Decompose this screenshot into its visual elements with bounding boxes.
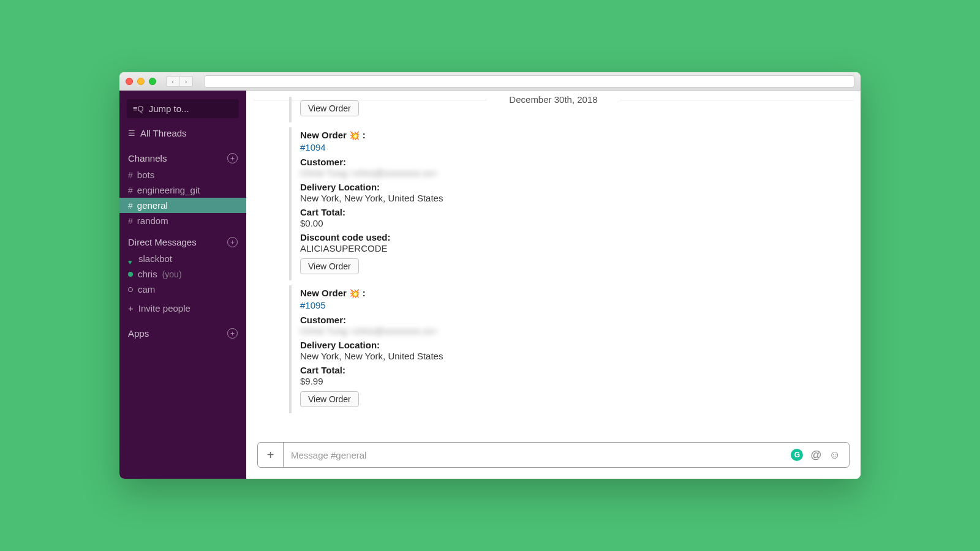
presence-icon (128, 256, 134, 261)
hash-icon: # (128, 201, 133, 211)
jump-to[interactable]: ≡Q Jump to... (127, 99, 239, 118)
dm-slackbot[interactable]: slackbot (119, 251, 246, 266)
window-controls (126, 78, 156, 85)
close-icon[interactable] (126, 78, 133, 85)
delivery-label: Delivery Location: (300, 340, 718, 350)
cart-total-label: Cart Total: (300, 207, 718, 217)
forward-button[interactable]: › (179, 76, 193, 87)
dm-name: cam (138, 284, 155, 294)
delivery-value: New York, New York, United States (300, 351, 718, 361)
all-threads[interactable]: ☰ All Threads (119, 124, 246, 144)
cart-total-label: Cart Total: (300, 365, 718, 375)
all-threads-label: All Threads (140, 128, 187, 138)
hash-icon: # (128, 170, 133, 180)
channel-random[interactable]: # random (119, 213, 246, 228)
delivery-label: Delivery Location: (300, 182, 718, 192)
view-order-button[interactable]: View Order (300, 391, 359, 407)
channel-bots[interactable]: # bots (119, 167, 246, 182)
customer-value: Christ Tung <chris@xxxxxxxx.xx> (300, 326, 718, 336)
attach-button[interactable]: + (258, 443, 284, 467)
add-app-icon[interactable]: + (227, 328, 238, 339)
discount-value: ALICIASUPERCODE (300, 243, 718, 253)
dm-name: chris (138, 269, 157, 279)
presence-icon (128, 272, 133, 277)
dm-label: Direct Messages (128, 237, 197, 247)
jump-to-label: Jump to... (149, 103, 189, 114)
channels-label: Channels (128, 153, 167, 163)
grammarly-icon[interactable]: G (791, 449, 803, 461)
invite-label: Invite people (138, 303, 190, 313)
back-button[interactable]: ‹ (166, 76, 179, 87)
new-order-label: New Order (300, 288, 347, 298)
sidebar: ≡Q Jump to... ☰ All Threads Channels + #… (119, 91, 246, 479)
invite-people[interactable]: + Invite people (119, 297, 246, 320)
customer-value: Christ Tung <chris@xxxxxxxx.xx> (300, 168, 718, 178)
you-label: (you) (162, 269, 182, 279)
dm-cam[interactable]: cam (119, 282, 246, 297)
channel-label: engineering_git (137, 185, 200, 195)
customer-label: Customer: (300, 157, 718, 167)
channel-label: general (137, 200, 168, 211)
order-link[interactable]: #1094 (300, 142, 326, 152)
collision-icon: 💥 (349, 130, 360, 140)
order-message: New Order 💥 : #1094 Customer: Christ Tun… (289, 127, 718, 280)
date-divider: December 30th, 2018 (246, 94, 861, 105)
url-bar[interactable] (204, 75, 854, 88)
apps-label: Apps (128, 328, 149, 339)
app-window: ‹ › ≡Q Jump to... ☰ All Threads Channels… (119, 72, 861, 479)
message-composer: + G @ ☺ (257, 442, 850, 468)
channel-engineering-git[interactable]: # engineering_git (119, 182, 246, 198)
order-link[interactable]: #1095 (300, 300, 326, 310)
dm-header: Direct Messages + (119, 228, 246, 251)
dm-name: slackbot (138, 253, 172, 264)
discount-label: Discount code used: (300, 232, 718, 242)
cart-total-value: $0.00 (300, 218, 718, 228)
customer-label: Customer: (300, 315, 718, 325)
message-scroll[interactable]: December 30th, 2018 View Order New Order… (246, 91, 861, 442)
channel-general[interactable]: # general (119, 198, 246, 213)
plus-icon: + (128, 303, 134, 313)
apps-header: Apps + (119, 320, 246, 342)
main-pane: December 30th, 2018 View Order New Order… (246, 91, 861, 479)
channel-label: random (137, 216, 168, 226)
hash-icon: # (128, 186, 133, 195)
titlebar: ‹ › (119, 72, 861, 91)
presence-icon (128, 287, 133, 292)
message-input[interactable] (284, 450, 791, 460)
hash-icon: # (128, 216, 133, 226)
add-channel-icon[interactable]: + (227, 153, 238, 163)
new-order-label: New Order (300, 130, 347, 140)
threads-icon: ☰ (128, 129, 135, 138)
mention-icon[interactable]: @ (810, 449, 821, 462)
collision-icon: 💥 (349, 288, 360, 298)
order-message: New Order 💥 : #1095 Customer: Christ Tun… (289, 285, 718, 413)
dm-chris[interactable]: chris (you) (119, 266, 246, 282)
minimize-icon[interactable] (137, 78, 145, 85)
maximize-icon[interactable] (149, 78, 156, 85)
add-dm-icon[interactable]: + (227, 237, 238, 247)
cart-total-value: $9.99 (300, 376, 718, 386)
emoji-icon[interactable]: ☺ (829, 449, 840, 462)
delivery-value: New York, New York, United States (300, 193, 718, 203)
search-icon: ≡Q (133, 104, 144, 113)
channels-header: Channels + (119, 144, 246, 167)
view-order-button[interactable]: View Order (300, 258, 359, 274)
channel-label: bots (137, 170, 154, 180)
nav-buttons: ‹ › (166, 76, 193, 87)
